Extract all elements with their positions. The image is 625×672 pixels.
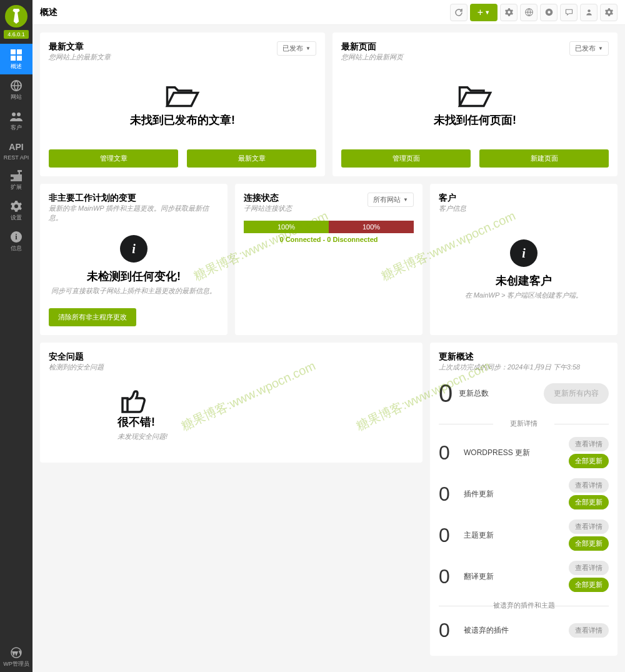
sidebar-item-extensions[interactable]: 扩展 (0, 164, 32, 195)
puzzle-icon (10, 169, 22, 182)
manage-posts-button[interactable]: 管理文章 (49, 149, 178, 168)
card-subtitle: 最新的非 MainWP 插件和主题更改。同步获取最新信息。 (49, 204, 219, 223)
view-details-button[interactable]: 查看详情 (569, 519, 609, 534)
card-title: 最新页面 (341, 41, 403, 53)
clients-card: 客户 客户信息 i 未创建客户 在 MainWP > 客户端区域创建客户端。 (430, 184, 618, 335)
clear-nonmain-button[interactable]: 清除所有非主程序更改 (49, 308, 136, 326)
update-total-count: 0 (439, 379, 452, 408)
card-title: 连接状态 (244, 193, 292, 204)
empty-sub: 未发现安全问题! (118, 432, 168, 441)
sidebar-item-overview[interactable]: 概述 (0, 44, 32, 74)
connection-card: 连接状态 子网站连接状态 所有网站▼ 100% 100% 0 Connected… (235, 184, 422, 335)
chevron-down-icon: ▼ (306, 46, 311, 51)
svg-rect-3 (17, 56, 22, 61)
view-details-button[interactable]: 查看详情 (569, 623, 609, 638)
pages-card: 最新页面 您网站上的最新网页 已发布▼ 未找到任何页面! 管理页面 新建页面 (332, 33, 618, 176)
abandoned-count: 0 (439, 619, 458, 642)
api-icon: API (10, 141, 22, 153)
view-details-button[interactable]: 查看详情 (569, 437, 609, 451)
abandoned-row: 0 被遗弃的插件 查看详情 (439, 614, 609, 647)
connection-bar: 100% 100% (244, 221, 414, 233)
refresh-button[interactable] (450, 4, 468, 21)
manage-pages-button[interactable]: 管理页面 (341, 149, 471, 168)
chevron-down-icon: ▼ (403, 197, 408, 203)
empty-message: 很不错! (118, 414, 155, 429)
gear-button[interactable] (600, 4, 618, 21)
info-circle-icon: i (510, 239, 538, 267)
card-title: 安全问题 (49, 351, 414, 363)
logo[interactable] (5, 5, 28, 28)
card-title: 更新概述 (439, 351, 609, 363)
update-label: 主题更新 (464, 530, 494, 541)
empty-message: 未找到任何页面! (434, 113, 516, 128)
update-count: 0 (439, 565, 458, 588)
version-badge: 4.6.0.1 (4, 30, 29, 39)
connection-status: 0 Connected - 0 Disconnected (244, 236, 414, 243)
thumbs-up-icon (118, 384, 148, 414)
card-subtitle: 客户信息 (439, 204, 609, 213)
card-subtitle: 您网站上的最新网页 (341, 53, 403, 62)
chat-button[interactable] (560, 4, 578, 21)
gear-icon (10, 200, 22, 213)
update-row: 0 WORDPRESS 更新 查看详情 全部更新 (439, 432, 609, 473)
svg-rect-0 (11, 49, 16, 54)
conn-filter-dropdown[interactable]: 所有网站▼ (368, 193, 414, 207)
update-all-small-button[interactable]: 全部更新 (569, 454, 609, 468)
update-all-small-button[interactable]: 全部更新 (569, 495, 609, 509)
update-all-small-button[interactable]: 全部更新 (569, 536, 609, 551)
sidebar-item-info[interactable]: i 信息 (0, 226, 32, 256)
card-subtitle: 检测到的安全问题 (49, 363, 414, 372)
help-button[interactable] (540, 4, 558, 21)
new-page-button[interactable]: 新建页面 (479, 149, 609, 168)
latest-posts-button[interactable]: 最新文章 (187, 149, 316, 168)
users-icon (10, 110, 22, 123)
posts-filter-dropdown[interactable]: 已发布▼ (277, 41, 316, 56)
settings-button[interactable] (500, 4, 518, 21)
svg-point-6 (17, 113, 21, 116)
topbar: 概述 +▼ (32, 0, 625, 25)
update-label: 插件更新 (464, 489, 494, 499)
chevron-down-icon: ▼ (598, 46, 603, 51)
update-row: 0 主题更新 查看详情 全部更新 (439, 514, 609, 556)
sidebar-item-settings[interactable]: 设置 (0, 195, 32, 226)
card-title: 非主要工作计划的变更 (49, 193, 219, 204)
info-circle-icon: i (120, 235, 148, 263)
info-icon: i (10, 231, 22, 243)
view-details-button[interactable]: 查看详情 (569, 478, 609, 493)
update-count: 0 (439, 441, 458, 464)
card-title: 最新文章 (49, 41, 111, 53)
globe-icon (10, 79, 22, 92)
sidebar-item-api[interactable]: API REST API (0, 136, 32, 164)
updates-card: 更新概述 上次成功完成的同步：2024年1月9日 下午3:58 0 更新总数 更… (430, 343, 618, 656)
sidebar: 4.6.0.1 概述 网站 客户 API REST API 扩展 设置 i 信息… (0, 0, 32, 672)
add-new-button[interactable]: +▼ (470, 4, 498, 21)
pages-filter-dropdown[interactable]: 已发布▼ (569, 41, 609, 56)
sidebar-item-sites[interactable]: 网站 (0, 74, 32, 105)
main-grid: 最新文章 您网站上的最新文章 已发布▼ 未找到已发布的文章! 管理文章 最新文章… (32, 25, 625, 663)
empty-sub: 在 MainWP > 客户端区域创建客户端。 (465, 291, 583, 300)
update-all-button[interactable]: 更新所有内容 (544, 383, 609, 404)
update-count: 0 (439, 524, 458, 547)
folder-icon (165, 78, 200, 113)
posts-card: 最新文章 您网站上的最新文章 已发布▼ 未找到已发布的文章! 管理文章 最新文章 (40, 33, 325, 176)
grid-icon (10, 49, 22, 61)
sidebar-item-clients[interactable]: 客户 (0, 105, 32, 136)
update-row: 0 翻译更新 查看详情 全部更新 (439, 556, 609, 597)
update-all-small-button[interactable]: 全部更新 (569, 578, 609, 592)
view-details-button[interactable]: 查看详情 (569, 561, 609, 575)
svg-point-12 (548, 11, 550, 13)
divider-details: 更新详情 (439, 419, 609, 428)
update-label: 翻译更新 (464, 571, 494, 582)
sidebar-item-wpadmin[interactable]: WP管理员 (0, 641, 32, 672)
user-button[interactable] (580, 4, 598, 21)
globe-button[interactable] (520, 4, 538, 21)
svg-point-13 (588, 9, 590, 12)
disconnected-pct: 100% (329, 221, 414, 233)
folder-icon (458, 78, 492, 113)
empty-message: 未检测到任何变化! (87, 269, 181, 284)
wordpress-icon (10, 646, 22, 659)
card-title: 客户 (439, 193, 609, 204)
security-card: 安全问题 检测到的安全问题 很不错! 未发现安全问题! (40, 343, 422, 463)
chevron-down-icon: ▼ (484, 9, 490, 16)
empty-message: 未创建客户 (496, 273, 552, 288)
